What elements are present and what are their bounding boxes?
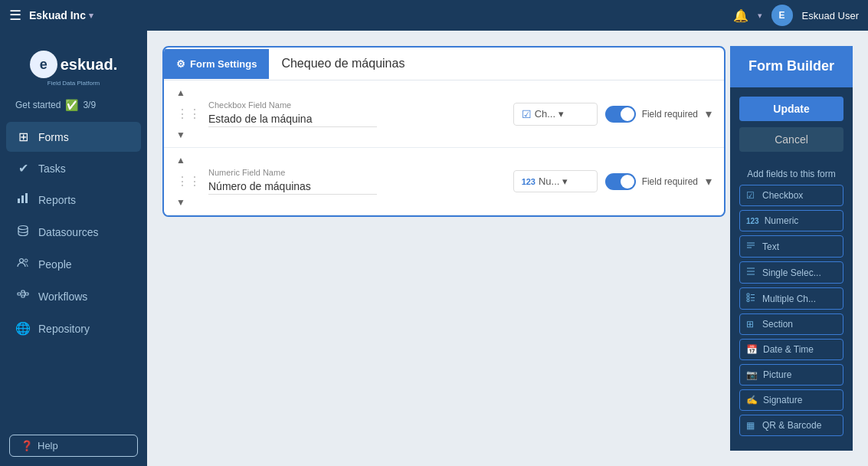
user-name: Eskuad User	[802, 10, 859, 21]
toggle-knob	[621, 107, 634, 121]
main-content: ⚙ Form Settings ▲ ⋮⋮	[147, 31, 868, 466]
field-down-button[interactable]: ▼	[176, 130, 185, 139]
add-checkbox-button[interactable]: ☑ Checkbox	[739, 185, 843, 206]
add-datetime-button[interactable]: 📅 Date & Time	[739, 339, 843, 360]
toggle-wrap: Field required	[605, 173, 698, 190]
datetime-icon: 📅	[746, 344, 758, 355]
field-arrows-bottom: ▼	[176, 198, 185, 207]
signature-icon: ✍	[746, 395, 758, 405]
add-text-button[interactable]: Text	[739, 235, 843, 258]
field-required-label: Field required	[642, 176, 698, 187]
field-expand-button[interactable]: ▾	[706, 174, 712, 189]
field-arrows-bottom: ▼	[176, 130, 185, 139]
field-required-label: Field required	[642, 109, 698, 120]
text-icon	[746, 241, 757, 252]
get-started-label: Get started	[15, 100, 61, 110]
sidebar-item-repository[interactable]: 🌐 Repository	[6, 313, 141, 343]
workflows-label: Workflows	[38, 290, 87, 303]
sidebar-item-reports[interactable]: Reports	[6, 185, 141, 215]
add-picture-button[interactable]: 📷 Picture	[739, 364, 843, 386]
numeric-label: Numeric	[765, 215, 799, 226]
sidebar-item-datasources[interactable]: Datasources	[6, 217, 141, 248]
hamburger-icon[interactable]: ☰	[9, 7, 21, 24]
field-name-input[interactable]	[208, 179, 377, 195]
svg-rect-25	[747, 300, 749, 302]
svg-rect-9	[25, 293, 28, 295]
logo-brand: eskuad.	[61, 56, 117, 74]
sidebar-item-tasks[interactable]: ✔ Tasks	[6, 153, 141, 183]
add-qr-barcode-button[interactable]: ▦ QR & Barcode	[739, 415, 843, 436]
help-label: Help	[38, 440, 58, 451]
tasks-label: Tasks	[38, 162, 66, 175]
add-numeric-button[interactable]: 123 Numeric	[739, 210, 843, 231]
field-type-select[interactable]: ☑ Ch... ▾	[513, 103, 598, 126]
repository-label: Repository	[38, 323, 90, 335]
top-nav-left: ☰ Eskuad Inc ▾	[9, 7, 93, 24]
svg-point-4	[20, 259, 24, 263]
form-settings-label: Form Settings	[190, 58, 257, 70]
field-drag-arrows: ⋮⋮	[176, 107, 201, 121]
field-label-wrap: Numeric Field Name	[208, 168, 506, 195]
get-started[interactable]: Get started ✅ 3/9	[0, 94, 147, 122]
checkbox-label: Checkbox	[762, 190, 803, 201]
cancel-button[interactable]: Cancel	[739, 127, 843, 152]
add-signature-button[interactable]: ✍ Signature	[739, 389, 843, 411]
sidebar-item-forms[interactable]: ⊞ Forms	[6, 122, 141, 152]
reports-icon	[15, 192, 31, 208]
signature-label: Signature	[763, 395, 802, 405]
form-builder-header: Form Builder	[730, 46, 853, 87]
field-down-button[interactable]: ▼	[176, 198, 185, 207]
sidebar-item-people[interactable]: People	[6, 249, 141, 280]
field-row-inner: ⋮⋮ Numeric Field Name 123 Nu... ▾	[176, 168, 712, 195]
datasources-label: Datasources	[38, 226, 99, 238]
field-required-toggle[interactable]	[605, 106, 636, 123]
sidebar-item-workflows[interactable]: Workflows	[6, 281, 141, 312]
field-required-toggle[interactable]	[605, 173, 636, 190]
bell-icon[interactable]: 🔔	[733, 8, 748, 23]
update-button[interactable]: Update	[739, 97, 843, 121]
numeric-type-icon: 123	[522, 177, 536, 186]
company-name[interactable]: Eskuad Inc ▾	[29, 9, 93, 21]
qr-barcode-icon: ▦	[746, 420, 757, 431]
svg-line-11	[25, 292, 25, 294]
svg-point-3	[18, 226, 28, 230]
checkbox-type-icon: ☑	[522, 108, 532, 120]
add-single-select-button[interactable]: Single Selec...	[739, 261, 843, 284]
field-name-input[interactable]	[208, 111, 377, 127]
form-title-input[interactable]	[269, 48, 724, 80]
logo: e eskuad.	[30, 51, 117, 78]
add-multiple-choice-button[interactable]: Multiple Ch...	[739, 287, 843, 310]
drag-handle-icon[interactable]: ⋮⋮	[176, 107, 201, 121]
check-icon: ✅	[65, 99, 78, 111]
field-up-button[interactable]: ▲	[176, 156, 185, 165]
svg-rect-1	[21, 195, 24, 203]
field-type-buttons: ☑ Checkbox 123 Numeric Text	[730, 185, 853, 445]
field-up-button[interactable]: ▲	[176, 88, 185, 97]
field-type-chevron: ▾	[558, 108, 564, 120]
add-section-button[interactable]: ⊞ Section	[739, 313, 843, 335]
field-drag-arrows: ⋮⋮	[176, 174, 201, 189]
section-label: Section	[762, 319, 793, 330]
tasks-icon: ✔	[15, 161, 31, 176]
help-button[interactable]: ❓ Help	[9, 435, 138, 457]
svg-rect-7	[21, 290, 25, 293]
picture-label: Picture	[763, 369, 791, 380]
sidebar: e eskuad. Field Data Platform Get starte…	[0, 31, 147, 466]
avatar[interactable]: E	[771, 5, 793, 26]
section-icon: ⊞	[746, 319, 757, 330]
field-arrows: ▲	[176, 88, 185, 97]
multiple-choice-label: Multiple Ch...	[762, 294, 816, 304]
people-label: People	[38, 258, 72, 271]
people-icon	[15, 257, 31, 272]
datetime-label: Date & Time	[763, 344, 814, 355]
svg-rect-21	[747, 294, 749, 296]
workflows-icon	[15, 289, 31, 304]
svg-point-5	[25, 259, 28, 262]
form-settings-button[interactable]: ⚙ Form Settings	[164, 49, 269, 79]
drag-handle-icon[interactable]: ⋮⋮	[176, 174, 201, 189]
svg-line-12	[25, 294, 25, 297]
field-type-select[interactable]: 123 Nu... ▾	[513, 170, 598, 192]
datasources-icon	[15, 225, 31, 240]
field-expand-button[interactable]: ▾	[706, 107, 712, 121]
form-settings-icon: ⚙	[176, 58, 185, 70]
